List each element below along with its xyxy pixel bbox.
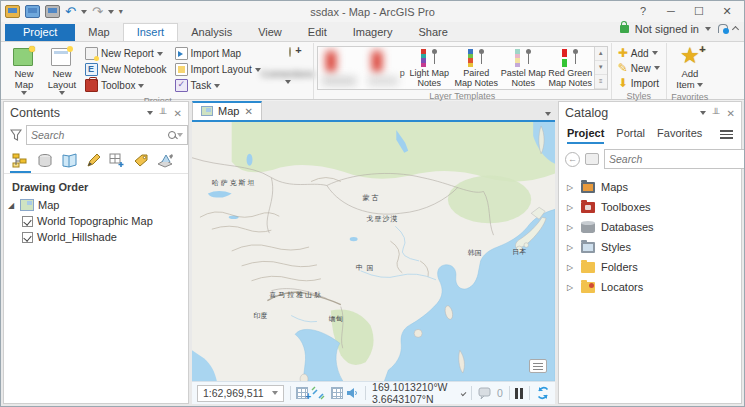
catalog-item-styles[interactable]: ▷ Styles xyxy=(561,237,739,257)
view-list-dropdown-icon[interactable] xyxy=(545,112,551,116)
red-green-map-notes-button[interactable]: Red Green Map Notes xyxy=(547,47,594,89)
pastel-map-notes-button[interactable]: Pastel Map Notes xyxy=(500,47,547,89)
new-project-icon[interactable] xyxy=(5,5,20,18)
close-pane-icon[interactable]: ✕ xyxy=(174,108,182,119)
catalog-search[interactable] xyxy=(604,149,745,169)
catalog-tab-portal[interactable]: Portal xyxy=(616,125,645,144)
sound-icon[interactable] xyxy=(345,386,359,400)
new-notebook-button[interactable]: New Notebook xyxy=(82,62,170,77)
map-tree-root[interactable]: ◢ Map xyxy=(4,197,188,213)
map-canvas[interactable]: 哈萨克斯坦 蒙古 戈壁沙漠 韩国 日本 中国 喜马拉雅山脉 印度 缅甸 xyxy=(192,122,555,381)
catalog-tab-favorites[interactable]: Favorites xyxy=(657,125,702,144)
new-layout-button[interactable]: New Layout xyxy=(44,45,80,95)
gallery-expand-icon[interactable]: ≡ xyxy=(595,75,607,89)
notifications-bell-icon[interactable] xyxy=(717,24,727,35)
light-map-notes-button[interactable]: Light Map Notes xyxy=(406,47,453,89)
undo-icon[interactable]: ↶ xyxy=(65,5,76,18)
save-project-icon[interactable] xyxy=(45,5,60,18)
pane-menu-icon[interactable] xyxy=(147,111,153,115)
pane-menu-icon[interactable] xyxy=(700,111,706,115)
styles-add-button[interactable]: ✚Add xyxy=(615,46,663,60)
list-by-snapping-button[interactable] xyxy=(107,151,127,173)
expand-icon[interactable]: ▷ xyxy=(567,283,575,292)
list-by-editing-button[interactable] xyxy=(84,151,103,173)
minimize-button[interactable]: ─ xyxy=(658,3,684,20)
help-button[interactable]: ? xyxy=(630,3,656,20)
search-dropdown-icon[interactable] xyxy=(177,133,183,137)
filter-icon[interactable] xyxy=(10,129,22,141)
list-by-labeling-button[interactable] xyxy=(131,151,151,173)
back-icon[interactable]: ← xyxy=(565,152,580,167)
signin-label[interactable]: Not signed in xyxy=(635,23,699,35)
layer-checkbox[interactable] xyxy=(22,232,33,243)
expand-icon[interactable]: ▷ xyxy=(567,263,575,272)
add-item-button[interactable]: ★ Add Item xyxy=(670,45,710,91)
refresh-icon[interactable] xyxy=(536,386,550,400)
tab-share[interactable]: Share xyxy=(406,24,461,41)
search-icon[interactable] xyxy=(168,131,177,140)
paired-map-notes-button[interactable]: Paired Map Notes xyxy=(453,47,500,89)
expand-icon[interactable]: ▷ xyxy=(567,203,575,212)
map-overview-button[interactable] xyxy=(529,359,547,373)
maximize-button[interactable]: ☐ xyxy=(686,3,712,20)
expand-icon[interactable]: ▷ xyxy=(567,183,575,192)
catalog-search-input[interactable] xyxy=(609,153,745,165)
gallery-scroll-up-icon[interactable]: ▲ xyxy=(595,47,607,61)
map-view-tab[interactable]: Map ✕ xyxy=(192,101,262,120)
redo-dropdown-icon[interactable] xyxy=(108,10,114,14)
new-map-button[interactable]: New Map xyxy=(6,45,42,95)
new-bookmark-icon[interactable] xyxy=(296,386,305,400)
styles-import-button[interactable]: ⬇Import xyxy=(615,76,663,90)
import-layout-button[interactable]: Import Layout xyxy=(172,62,264,77)
catalog-tab-project[interactable]: Project xyxy=(567,125,604,144)
pin-icon[interactable]: ╨ xyxy=(160,108,167,119)
layer-row[interactable]: World_Hillshade xyxy=(4,229,188,245)
expand-icon[interactable]: ▷ xyxy=(567,223,575,232)
coordinates-dropdown-icon[interactable] xyxy=(461,390,467,396)
coordinates-display[interactable]: 169.1013210°W 3.6643107°N xyxy=(372,381,465,405)
grid-icon[interactable] xyxy=(331,386,340,400)
signin-dropdown-icon[interactable] xyxy=(705,27,711,31)
catalog-item-locators[interactable]: ▷ Locators xyxy=(561,277,739,297)
tab-project[interactable]: Project xyxy=(5,24,75,41)
pin-icon[interactable]: ╨ xyxy=(713,108,720,119)
catalog-item-toolboxes[interactable]: ▷ Toolboxes xyxy=(561,197,739,217)
redacted-gallery-item[interactable]: p xyxy=(362,47,406,89)
expand-icon[interactable]: ◢ xyxy=(8,201,16,210)
list-by-data-source-button[interactable] xyxy=(35,151,55,173)
redo-icon[interactable]: ↷ xyxy=(92,5,103,18)
toolbox-button[interactable]: Toolbox xyxy=(82,78,170,93)
contents-search-input[interactable] xyxy=(31,129,168,141)
catalog-item-folders[interactable]: ▷ Folders xyxy=(561,257,739,277)
import-map-button[interactable]: Import Map xyxy=(172,46,264,61)
customize-qat-icon[interactable]: ▾ xyxy=(119,7,123,16)
contents-search[interactable] xyxy=(26,125,188,145)
snapping-toggle-icon[interactable] xyxy=(311,386,325,400)
redacted-gallery-item[interactable] xyxy=(318,47,362,89)
gallery-scroll-down-icon[interactable]: ▼ xyxy=(595,61,607,75)
layer-checkbox[interactable] xyxy=(22,216,33,227)
scale-select[interactable]: 1:62,969,511 xyxy=(197,385,284,402)
catalog-menu-icon[interactable] xyxy=(720,130,733,139)
styles-new-button[interactable]: ✎New xyxy=(615,61,663,75)
tab-edit[interactable]: Edit xyxy=(295,24,340,41)
undo-dropdown-icon[interactable] xyxy=(81,10,87,14)
layer-row[interactable]: World Topographic Map xyxy=(4,213,188,229)
close-pane-icon[interactable]: ✕ xyxy=(727,108,735,119)
tab-insert[interactable]: Insert xyxy=(123,23,179,41)
tab-imagery[interactable]: Imagery xyxy=(340,24,406,41)
expand-icon[interactable]: ▷ xyxy=(567,243,575,252)
list-by-selection-button[interactable] xyxy=(59,151,80,173)
tab-view[interactable]: View xyxy=(245,24,295,41)
task-button[interactable]: Task xyxy=(172,78,264,93)
connections-button[interactable]: + Connections xyxy=(266,45,310,84)
catalog-item-databases[interactable]: ▷ Databases xyxy=(561,217,739,237)
tab-analysis[interactable]: Analysis xyxy=(178,24,245,41)
close-button[interactable]: ✕ xyxy=(714,3,740,20)
list-by-drawing-order-button[interactable] xyxy=(10,151,31,173)
tab-map[interactable]: Map xyxy=(75,24,122,41)
pause-drawing-button[interactable] xyxy=(515,388,523,399)
new-report-button[interactable]: New Report xyxy=(82,46,170,61)
close-view-icon[interactable]: ✕ xyxy=(244,106,252,117)
catalog-item-maps[interactable]: ▷ Maps xyxy=(561,177,739,197)
